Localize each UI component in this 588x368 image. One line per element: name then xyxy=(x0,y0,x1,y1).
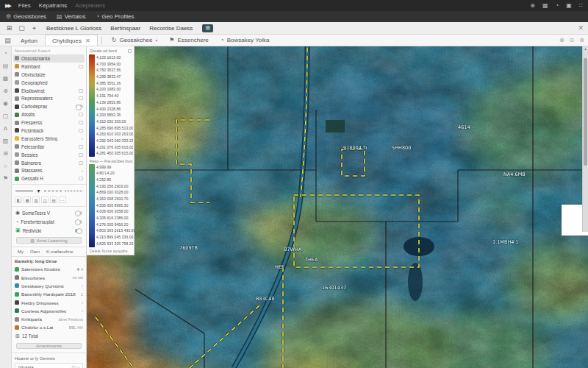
style-bars-icon[interactable]: ▥ xyxy=(32,197,40,203)
raster-icon[interactable]: ▦ xyxy=(3,75,9,82)
tab-ayrton[interactable]: Ayrton xyxy=(13,35,45,46)
visibility-checkbox[interactable] xyxy=(79,89,83,93)
grid-icon[interactable]: ▦ xyxy=(542,2,548,9)
close-icon[interactable]: ✕ xyxy=(578,24,584,32)
menu-k-paframs[interactable]: Képaframs xyxy=(39,2,68,9)
panel-icon[interactable]: ▣ xyxy=(566,2,572,9)
layer-item-bainsrers[interactable]: Bainsrers xyxy=(12,159,86,167)
frame-tool-icon[interactable]: ▢ xyxy=(17,24,26,33)
layer-item-bessies[interactable]: Bessies xyxy=(12,151,86,159)
toolbar-button-bestsknee-l-glorioss[interactable]: Bestsknee L Glorioss xyxy=(43,24,105,32)
add-icon[interactable]: ⊕ xyxy=(3,88,8,94)
flag-action[interactable]: ⚑Essenchere xyxy=(163,35,214,45)
layer-item-fresperss[interactable]: Fresperss xyxy=(12,118,86,127)
profiles-menu[interactable]: ◔Geo Profiles xyxy=(96,13,135,20)
visibility-checkbox[interactable] xyxy=(79,177,83,180)
visibility-checkbox[interactable] xyxy=(79,96,83,100)
layer-item-gessabi-h[interactable]: Gessabi H xyxy=(12,174,86,183)
overlay-action[interactable]: ◔Bowsakey Yolka xyxy=(215,35,276,45)
visibility-checkbox[interactable] xyxy=(79,129,83,132)
layer-item-obvisclaize[interactable]: Obvisclaize xyxy=(12,71,86,79)
line-style-dotted[interactable] xyxy=(65,191,82,191)
visibility-checkbox[interactable] xyxy=(79,113,83,116)
close-tab-icon[interactable]: ✕ xyxy=(85,38,90,44)
menu-adepteders[interactable]: Adepteders xyxy=(75,2,105,9)
toggle-switch[interactable] xyxy=(75,211,82,215)
toolbar-button-recordse-daess[interactable]: Recordse Daess xyxy=(146,24,196,32)
selection-item-cosrless-adjpssrstrfes[interactable]: Cosrless Adjpssrstrfes› xyxy=(12,307,86,315)
selection-item-bassnithly-hardspale-2018[interactable]: Bassnithly Hardspale 20181 xyxy=(12,290,86,298)
extensions-icon[interactable]: ⊕ xyxy=(530,2,535,9)
toggle-item-ferebrrtersuplat[interactable]: ◔Ferebrrtersuplat xyxy=(12,217,86,226)
chevron-right-icon[interactable]: › xyxy=(82,169,83,173)
layer-item-rainbant[interactable]: Rainbant xyxy=(12,63,86,71)
style-rows-icon[interactable]: ▤ xyxy=(50,197,57,203)
layer-item-cartodepray[interactable]: Cartodepray xyxy=(12,102,86,110)
toggle-switch[interactable] xyxy=(75,220,82,224)
scrollbar-up-icon[interactable]: ▴ xyxy=(583,46,588,52)
basemap-dropdown[interactable]: ↻Geosakchee▾ xyxy=(106,35,164,45)
more-icon[interactable]: ∷ xyxy=(579,2,583,9)
toolbar-button-bertinspaar[interactable]: Bertinspaar xyxy=(107,24,144,32)
settings-menu[interactable]: ⚙Geosisbores xyxy=(6,13,46,20)
layer-item-earussters-string[interactable]: Earussters String› xyxy=(12,135,86,143)
toggle-item-sometesrs-v[interactable]: ◉SomeTesrs V xyxy=(12,208,86,217)
menu-files[interactable]: Files xyxy=(18,2,31,9)
selection-item-krrikiparla[interactable]: Krrikiparlaalver Fesisms xyxy=(12,315,86,323)
layer-item-ficsinback[interactable]: Ficsinback xyxy=(12,127,86,135)
pen-icon[interactable]: ▼ xyxy=(36,188,41,194)
selection-item-elsvorbines[interactable]: Elsvorbinesno sel xyxy=(12,274,86,282)
style-split-icon[interactable]: ◫ xyxy=(41,197,49,203)
line-style-solid[interactable] xyxy=(15,191,33,191)
layer-item-reprosswaters[interactable]: Reprosswaters xyxy=(12,94,86,102)
visibility-checkbox[interactable] xyxy=(79,145,83,149)
history-icon[interactable]: ◔ xyxy=(4,50,7,57)
visibility-checkbox[interactable] xyxy=(79,153,83,157)
zoom-in-icon[interactable]: ⊕ xyxy=(559,37,564,43)
layers-action-button[interactable]: ▨ Arnsi Leasrning xyxy=(16,237,82,244)
layer-item-stassares[interactable]: Stassares› xyxy=(12,166,86,174)
layer-toggle[interactable] xyxy=(76,105,83,108)
legend-footer-link[interactable]: Delete Nurse ausgabe xyxy=(89,247,132,253)
map-chip-icon[interactable]: ▦ xyxy=(202,24,213,32)
toggle-item-redivicki[interactable]: ▣Redivicki xyxy=(12,226,86,235)
flag-icon[interactable]: ⚑ xyxy=(3,175,8,182)
map-canvas[interactable]: 918004 Ti5HH8004614NA4.6MB1.1MBH4.17609T… xyxy=(87,46,588,368)
panel-tab-oten[interactable]: Oten xyxy=(28,249,42,255)
layers-icon[interactable]: ▤ xyxy=(3,63,9,69)
annotate-icon[interactable]: A xyxy=(4,125,7,132)
selection-item-gesskasey-qurrstirst[interactable]: Gesskasey Qurrstirst› xyxy=(12,282,86,290)
selection-item-chsbrlcr-o-s-lat[interactable]: Chsbrlcr o.s.LatBBL HH xyxy=(12,323,86,331)
style-more-icon[interactable]: ⋯ xyxy=(59,197,66,203)
style-solid-icon[interactable]: ◧ xyxy=(15,197,22,203)
target-tool-icon[interactable]: ⌖ xyxy=(29,24,39,33)
map-scrollbar[interactable]: ▴ xyxy=(582,46,588,232)
legend-checkbox[interactable] xyxy=(128,49,132,53)
layer-item-ossossnianta[interactable]: Ossossnianta xyxy=(13,54,85,63)
layers-menu[interactable]: ▤Vertalos xyxy=(57,13,85,20)
locate-icon[interactable]: ⊙ xyxy=(570,37,575,43)
visibility-checkbox[interactable] xyxy=(79,161,83,165)
circle-icon[interactable]: ○ xyxy=(4,163,7,169)
accordion-glossia[interactable]: Glossia(1)› xyxy=(15,363,83,368)
clock-icon[interactable]: ◔ xyxy=(556,2,559,9)
hatch-icon[interactable]: ▧ xyxy=(3,138,9,144)
box-icon[interactable]: ▢ xyxy=(3,113,9,119)
layer-item-ekstiswinst[interactable]: Ekstiswinst xyxy=(12,87,86,95)
selection-action-button[interactable]: Amersrcenss xyxy=(16,343,82,349)
table-icon[interactable]: ⊞ xyxy=(3,150,8,157)
layer-item-felessntlar[interactable]: Felessntlar xyxy=(12,143,86,151)
selection-item-fieldry-drispssess[interactable]: Fieldry Drispssess› xyxy=(12,298,86,306)
panel-tab-k-mallanchne[interactable]: K-mallanchne xyxy=(44,249,76,255)
line-style-dashed[interactable] xyxy=(44,191,62,191)
selection-item-saterstses-kinsbint[interactable]: Saterstses Kinsbint✚ ▾ xyxy=(12,265,86,273)
settings-small-icon[interactable]: ⊛ xyxy=(579,37,584,43)
visibility-checkbox[interactable] xyxy=(79,65,83,68)
chevron-right-icon[interactable]: › xyxy=(82,136,83,141)
tab-list-icon[interactable]: ▤ xyxy=(2,37,13,44)
tab-chytdiques[interactable]: Chytdiques✕ xyxy=(45,35,98,46)
select-tool-icon[interactable]: ⊞ xyxy=(4,24,14,33)
layer-item-alssits[interactable]: Alssits xyxy=(12,110,86,118)
visibility-checkbox[interactable] xyxy=(79,121,83,124)
scrollbar-thumb[interactable] xyxy=(584,58,587,166)
